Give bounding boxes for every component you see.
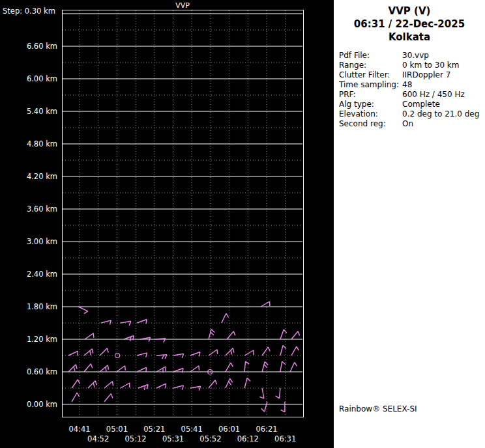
x-axis-label: 06:31 xyxy=(271,434,300,443)
field-label: Elevation: xyxy=(339,109,402,119)
y-axis-label: 4.20 km xyxy=(0,171,57,182)
y-axis-label: 6.60 km xyxy=(0,41,57,51)
y-axis-label: 1.80 km xyxy=(0,301,57,312)
x-axis-label: 05:52 xyxy=(196,434,225,443)
x-axis-label: 05:41 xyxy=(177,425,206,434)
x-axis-label: 04:52 xyxy=(84,434,113,443)
field-label: Time sampling: xyxy=(339,80,402,90)
field-value: Complete xyxy=(402,100,485,109)
field-row: PRF:600 Hz / 450 Hz xyxy=(339,90,485,100)
y-axis-label: 1.20 km xyxy=(0,334,57,344)
wind-barb-chart xyxy=(62,10,304,417)
field-row: Elevation:0.2 deg to 21.0 deg xyxy=(339,109,485,119)
field-label: PRF: xyxy=(339,90,402,100)
vvp-plot-region: VVP Step: 0.30 km 6.60 km6.00 km5.40 km4… xyxy=(0,0,334,448)
y-axis-label: 0.60 km xyxy=(0,367,57,377)
panel-title: VVP (V) xyxy=(334,5,485,17)
panel-datetime: 06:31 / 22-Dec-2025 xyxy=(334,18,485,30)
field-value: IIRDoppler 7 xyxy=(402,70,485,80)
field-value: 48 xyxy=(402,80,485,90)
step-label: Step: 0.30 km xyxy=(3,7,55,16)
field-value: 0.2 deg to 21.0 deg xyxy=(402,109,485,119)
brand-footer: Rainbow® SELEX-SI xyxy=(339,404,417,413)
y-axis-label: 0.00 km xyxy=(0,399,57,410)
field-value: 600 Hz / 450 Hz xyxy=(402,90,485,100)
x-axis-label: 05:12 xyxy=(121,434,150,443)
x-axis-label: 06:12 xyxy=(233,434,262,443)
y-axis-label: 3.00 km xyxy=(0,236,57,247)
x-axis-label: 05:21 xyxy=(140,425,169,434)
panel-fields: Pdf File:30.vvpRange:0 km to 30 kmClutte… xyxy=(334,51,485,129)
panel-site: Kolkata xyxy=(334,31,485,43)
field-label: Alg type: xyxy=(339,100,402,109)
y-axis-label: 4.80 km xyxy=(0,139,57,149)
x-axis-label: 04:41 xyxy=(65,425,94,434)
field-value: On xyxy=(402,119,485,129)
field-row: Range:0 km to 30 km xyxy=(339,61,485,70)
field-label: Second reg: xyxy=(339,119,402,129)
field-row: Second reg:On xyxy=(339,119,485,129)
field-value: 30.vvp xyxy=(402,51,485,61)
field-row: Clutter Filter:IIRDoppler 7 xyxy=(339,70,485,80)
info-panel: VVP (V) 06:31 / 22-Dec-2025 Kolkata Pdf … xyxy=(334,0,485,448)
field-value: 0 km to 30 km xyxy=(402,61,485,70)
field-row: Alg type:Complete xyxy=(339,100,485,109)
field-row: Time sampling:48 xyxy=(339,80,485,90)
x-axis-label: 06:21 xyxy=(252,425,281,434)
x-axis-label: 05:31 xyxy=(159,434,188,443)
x-axis-label: 06:01 xyxy=(215,425,244,434)
y-axis-label: 5.40 km xyxy=(0,106,57,117)
y-axis-label: 6.00 km xyxy=(0,74,57,84)
field-label: Pdf File: xyxy=(339,51,402,61)
field-label: Clutter Filter: xyxy=(339,70,402,80)
field-label: Range: xyxy=(339,61,402,70)
field-row: Pdf File:30.vvp xyxy=(339,51,485,61)
y-axis-label: 2.40 km xyxy=(0,269,57,279)
y-axis-label: 3.60 km xyxy=(0,204,57,214)
plot-title: VVP xyxy=(62,1,303,10)
x-axis-label: 05:01 xyxy=(102,425,131,434)
